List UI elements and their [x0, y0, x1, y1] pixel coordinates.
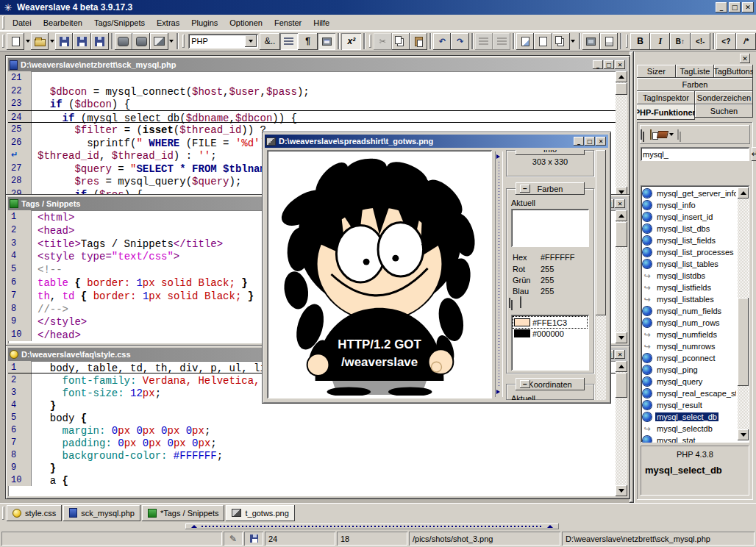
snippet-copy-button[interactable] [600, 33, 618, 50]
manual-button[interactable] [657, 131, 674, 138]
function-list-item[interactable]: ↪mysql_numrows [643, 340, 736, 352]
menu-item-plugins[interactable]: Plugins [185, 16, 224, 29]
new-document-button[interactable] [7, 33, 24, 50]
merge-button[interactable] [552, 33, 570, 50]
new-document-dropdown[interactable] [24, 33, 31, 50]
scroll-down-button[interactable] [616, 332, 627, 343]
outdent-button[interactable] [493, 33, 510, 50]
function-list-item[interactable]: mysql_list_fields [643, 235, 736, 246]
cut-button[interactable]: ✂ [374, 33, 391, 50]
block-comment-button[interactable]: /* [736, 33, 756, 50]
function-list-item[interactable]: ↪mysql_listfields [643, 282, 736, 293]
minimize-button[interactable]: _ [593, 60, 603, 69]
merge-dropdown[interactable] [570, 33, 577, 50]
close-button[interactable]: ✕ [596, 137, 606, 146]
copy-function-button[interactable] [643, 130, 644, 139]
menu-item-bearbeiten[interactable]: Bearbeiten [38, 16, 88, 29]
tab-php-funktionen[interactable]: PHP-Funktionen [637, 104, 695, 120]
clear-colors-button[interactable] [520, 298, 521, 307]
function-list-item[interactable]: ↪mysql_listtables [643, 293, 736, 305]
entities-button[interactable]: &.. [260, 33, 279, 50]
tab-suchen[interactable]: Suchen [695, 104, 753, 118]
language-select[interactable]: PHP [188, 34, 258, 49]
tab-sizer[interactable]: Sizer [637, 65, 676, 78]
scroll-down-button[interactable] [616, 485, 627, 496]
scroll-up-button[interactable] [616, 361, 627, 372]
open-dropdown[interactable] [49, 33, 55, 50]
function-list-item[interactable]: mysql_get_server_info [643, 187, 736, 199]
scroll-down-button[interactable] [738, 429, 749, 440]
tab-sonderzeichen[interactable]: Sonderzeichen [695, 91, 753, 104]
scrollbar-thumb[interactable] [616, 373, 627, 398]
edit-with-button[interactable] [534, 33, 552, 50]
menu-item-tags-snippets[interactable]: Tags/Snippets [88, 16, 151, 29]
panel-scrollbar[interactable] [596, 150, 606, 400]
color-list-item[interactable]: #FFE1C3 [513, 317, 587, 328]
close-button[interactable]: ✕ [742, 2, 754, 12]
scrollbar-thumb[interactable] [596, 150, 606, 315]
edit-properties-button[interactable] [516, 33, 534, 50]
function-list-item[interactable]: mysql_real_escape_string [643, 387, 736, 399]
open-button[interactable] [31, 33, 49, 50]
document-tab-style-css[interactable]: style.css [7, 505, 62, 521]
toolbar-grip-4[interactable] [626, 35, 628, 48]
minimize-button[interactable]: _ [574, 137, 584, 146]
function-list[interactable]: mysql_get_server_infomysql_infomysql_ins… [641, 185, 749, 443]
menu-item-extras[interactable]: Extras [151, 16, 185, 29]
tabbar-grip[interactable] [2, 507, 4, 520]
insert-snippet-button[interactable] [680, 130, 681, 139]
php-tag-button[interactable]: <? [716, 33, 736, 50]
function-list-item[interactable]: ↪mysql_selectdb [643, 423, 736, 435]
canvas-splitter[interactable] [495, 151, 503, 397]
close-button[interactable]: ✕ [615, 350, 625, 359]
copy-color-button[interactable] [511, 298, 513, 307]
function-list-item[interactable]: mysql_insert_id [643, 211, 736, 223]
close-button[interactable]: ✕ [615, 199, 625, 208]
scroll-up-button[interactable] [616, 210, 627, 221]
image-canvas[interactable]: HTTP/1.2 GOT /weaverslave [267, 150, 492, 398]
sidebar-close-icon[interactable]: ✕ [740, 54, 750, 63]
print-button[interactable] [115, 33, 132, 50]
function-list-item[interactable]: mysql_result [643, 399, 736, 411]
close-button[interactable]: ✕ [615, 60, 625, 69]
document-tab--tags-snippets[interactable]: *Tags / Snippets [142, 505, 225, 521]
special-chars-toggle[interactable]: x² [341, 33, 361, 50]
function-list-item[interactable]: mysql_num_fields [643, 305, 736, 317]
word-wrap-toggle[interactable] [280, 33, 298, 50]
app-titlebar[interactable]: ✳ Weaverslave 4 beta 3.9.17.3 _ □ ✕ [0, 0, 756, 15]
colors-group-header[interactable]: − Farben [516, 182, 585, 195]
toolbar-grip[interactable] [2, 35, 4, 48]
coordinates-group-header[interactable]: − Koordinaten [516, 378, 585, 390]
function-list-item[interactable]: mysql_list_tables [643, 258, 736, 270]
language-select-arrow[interactable] [245, 35, 257, 47]
scroll-up-button[interactable] [738, 187, 749, 199]
function-search-input[interactable] [641, 147, 749, 161]
indent-button[interactable] [475, 33, 493, 50]
document-tab-t-gotws-png[interactable]: t_gotws.png [226, 505, 294, 521]
window-titlebar[interactable]: D:\weaverslave\spreadshirt\t_gotws.png _… [265, 135, 608, 148]
function-list-item[interactable]: ↪mysql_numfields [643, 329, 736, 340]
table-view-toggle[interactable] [318, 33, 335, 50]
tab-tagliste[interactable]: TagListe [676, 65, 715, 78]
maximize-button[interactable]: □ [729, 2, 741, 12]
info-group-header[interactable]: Info [516, 150, 585, 155]
vertical-scrollbar[interactable] [616, 210, 627, 343]
scrollbar-thumb[interactable] [616, 222, 627, 247]
uppercase-button[interactable]: B↑ [670, 33, 690, 50]
search-go-button[interactable]: ↵ [752, 147, 756, 161]
toolbar-grip-2[interactable] [182, 35, 185, 48]
collapse-coordinates-button[interactable]: − [520, 380, 530, 388]
document-tab-sck-mysql-php[interactable]: sck_mysql.php [63, 505, 140, 521]
menu-grip[interactable] [2, 16, 4, 29]
collapse-colors-button[interactable]: − [520, 185, 530, 193]
scroll-up-button[interactable] [616, 71, 627, 82]
maximize-button[interactable]: □ [585, 137, 595, 146]
function-list-item[interactable]: ↪mysql_listdbs [643, 270, 736, 282]
snippet-insert-button[interactable] [582, 33, 600, 50]
panel-splitter[interactable] [185, 523, 559, 529]
tab-farben[interactable]: Farben [637, 78, 753, 91]
function-list-item[interactable]: mysql_stat [643, 435, 736, 443]
function-list-scrollbar[interactable] [738, 187, 749, 440]
tab-tagbuttons[interactable]: TagButtons [714, 65, 753, 78]
function-list-item[interactable]: mysql_list_processes [643, 246, 736, 258]
